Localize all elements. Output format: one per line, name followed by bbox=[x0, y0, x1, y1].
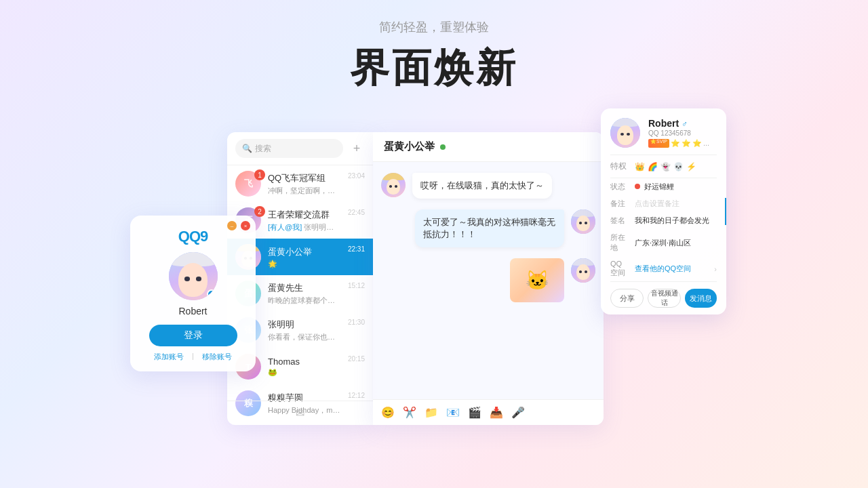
message-text-0: 哎呀，在线吸猫，真的太快了～ bbox=[420, 180, 544, 190]
chat-info-5: Thomas 🐸 bbox=[268, 357, 341, 377]
msg-avatar-self-2 bbox=[571, 258, 595, 283]
status-dot bbox=[635, 184, 640, 189]
badge-more: ... bbox=[703, 139, 709, 148]
chat-preview-5: 🐸 bbox=[268, 368, 341, 377]
badge-emoji-3: ⭐ bbox=[692, 139, 702, 148]
profile-status-row: 状态 好运锦鲤 bbox=[601, 178, 726, 195]
chat-preview-4: 你看看，保证你也会笑出声 bbox=[268, 332, 341, 342]
email-icon[interactable]: 📧 bbox=[446, 406, 460, 419]
mic-icon[interactable]: 🎤 bbox=[511, 406, 525, 419]
space-value: 查看他的QQ空间 bbox=[635, 264, 709, 274]
chat-window-title: 蛋黄小公举 bbox=[384, 140, 435, 153]
chat-time-4: 21:30 bbox=[348, 319, 365, 326]
mail-icon: ✉ bbox=[296, 407, 304, 420]
chat-info-0: QQ飞车冠军组 冲啊，坚定面啊，马上可以... bbox=[268, 172, 341, 196]
video-icon[interactable]: 🎬 bbox=[468, 406, 481, 419]
profile-sign-row: 签名 我和我的日子都会发光 bbox=[601, 212, 726, 229]
message-row-2: 🐱 bbox=[381, 258, 595, 302]
qq-logo: QQ9 bbox=[178, 228, 208, 245]
message-image-0: 🐱 bbox=[510, 258, 564, 302]
chat-bottom-bar: ✉ bbox=[227, 401, 373, 425]
message-bubble-0: 哎呀，在线吸猫，真的太快了～ bbox=[412, 173, 552, 199]
profile-side-tab[interactable]: 它 bbox=[725, 198, 726, 225]
special-icon-3: 👻 bbox=[660, 162, 671, 171]
location-label: 所在地 bbox=[610, 232, 629, 253]
login-links: 添加账号 | 移除账号 bbox=[154, 352, 232, 362]
location-value: 广东·深圳·南山区 bbox=[635, 238, 717, 248]
close-button[interactable]: × bbox=[241, 221, 250, 230]
chat-preview-3: 昨晚的篮球赛都个绝杀太精... bbox=[268, 296, 341, 306]
profile-space-row[interactable]: QQ空间 查看他的QQ空间 › bbox=[601, 256, 726, 281]
msg-avatar-other bbox=[381, 173, 406, 197]
profile-special-row: 特权 👑 🌈 👻 💀 ⚡ bbox=[601, 155, 726, 178]
share-button[interactable]: 分享 bbox=[610, 289, 644, 308]
login-button[interactable]: 登录 bbox=[149, 325, 237, 346]
profile-name: Robert ♂ bbox=[648, 118, 709, 129]
chat-info-1: 王者荣耀交流群 [有人@我] 张明明：@Robe... bbox=[268, 209, 341, 232]
profile-actions: 分享 音视频通话 发消息 bbox=[601, 282, 726, 314]
badge-emoji-1: ⭐ bbox=[671, 139, 680, 148]
message-row-1: 太可爱了～我真的对这种猫咪毫无抵抗力！！！ bbox=[381, 209, 595, 247]
chat-time-1: 22:45 bbox=[348, 209, 365, 216]
chat-preview-0: 冲啊，坚定面啊，马上可以... bbox=[268, 186, 341, 196]
profile-qq-number: QQ 12345678 bbox=[648, 129, 709, 137]
chat-list-header: 🔍 搜索 + bbox=[227, 132, 373, 165]
message-text-1: 太可爱了～我真的对这种猫咪毫无抵抗力！！！ bbox=[423, 217, 555, 239]
header-title: 界面焕新 bbox=[0, 42, 868, 95]
send-message-button[interactable]: 发消息 bbox=[685, 289, 717, 308]
minimize-button[interactable]: – bbox=[227, 221, 237, 230]
msg-avatar-self bbox=[571, 209, 595, 234]
scissors-icon[interactable]: ✂️ bbox=[403, 406, 416, 419]
emoji-icon[interactable]: 😊 bbox=[381, 406, 395, 419]
chat-time-2: 22:31 bbox=[348, 245, 365, 253]
chat-name-4: 张明明 bbox=[268, 319, 341, 331]
video-call-button[interactable]: 音视频通话 bbox=[648, 289, 681, 308]
status-label: 状态 bbox=[610, 182, 629, 192]
message-bubble-1: 太可爱了～我真的对这种猫咪毫无抵抗力！！！ bbox=[415, 209, 564, 247]
profile-remark-row: 备注 点击设置备注 bbox=[601, 195, 726, 212]
online-badge bbox=[207, 289, 216, 299]
login-avatar bbox=[169, 252, 218, 300]
search-placeholder: 搜索 bbox=[255, 143, 271, 155]
inbox-icon[interactable]: 📥 bbox=[490, 406, 503, 419]
chat-info-3: 蛋黄先生 昨晚的篮球赛都个绝杀太精... bbox=[268, 282, 341, 306]
profile-location-row: 所在地 广东·深圳·南山区 bbox=[601, 229, 726, 256]
chat-messages: 哎呀，在线吸猫，真的太快了～ 太可爱了～我真的对这种猫咪毫无抵抗力！！！ bbox=[373, 162, 604, 399]
sign-label: 签名 bbox=[610, 216, 629, 226]
special-icon-1: 👑 bbox=[635, 162, 645, 171]
chat-time-6: 12:12 bbox=[348, 392, 365, 399]
chat-time-3: 15:12 bbox=[348, 282, 365, 289]
login-card-controls: – × bbox=[227, 221, 250, 230]
search-box[interactable]: 🔍 搜索 bbox=[235, 139, 343, 158]
profile-header: Robert ♂ QQ 12345678 ⭐SVIP ⭐ ⭐ ⭐ ... bbox=[601, 108, 726, 155]
vip-badge: ⭐SVIP bbox=[648, 139, 669, 148]
header-subtitle: 简约轻盈，重塑体验 bbox=[0, 19, 868, 35]
chat-name-1: 王者荣耀交流群 bbox=[268, 209, 341, 221]
login-card: – × QQ9 Robert 登录 添加账号 | 移除账号 bbox=[130, 216, 256, 371]
gender-icon: ♂ bbox=[682, 119, 688, 129]
add-account-link[interactable]: 添加账号 bbox=[154, 352, 184, 362]
chevron-right-icon: › bbox=[714, 265, 717, 273]
profile-avatar bbox=[610, 118, 640, 148]
space-label: QQ空间 bbox=[610, 260, 629, 278]
special-label: 特权 bbox=[610, 161, 629, 172]
special-icon-2: 🌈 bbox=[648, 162, 658, 171]
badge-1: 2 bbox=[254, 206, 265, 217]
chat-name-3: 蛋黄先生 bbox=[268, 282, 341, 294]
remark-value: 点击设置备注 bbox=[635, 199, 717, 209]
special-icon-4: 💀 bbox=[673, 162, 684, 171]
search-icon: 🔍 bbox=[242, 144, 252, 153]
folder-icon[interactable]: 📁 bbox=[425, 406, 438, 419]
add-chat-button[interactable]: + bbox=[349, 140, 365, 157]
chat-item-0[interactable]: 飞 1 QQ飞车冠军组 冲啊，坚定面啊，马上可以... 23:04 bbox=[227, 165, 373, 202]
chat-name-2: 蛋黄小公举 bbox=[268, 246, 341, 258]
chat-preview-1: [有人@我] 张明明：@Robe... bbox=[268, 222, 341, 232]
profile-name-area: Robert ♂ QQ 12345678 ⭐SVIP ⭐ ⭐ ⭐ ... bbox=[648, 118, 709, 148]
chat-time-0: 23:04 bbox=[348, 172, 365, 180]
manage-accounts-link[interactable]: 移除账号 bbox=[202, 352, 232, 362]
chat-window-header: 蛋黄小公举 bbox=[373, 132, 604, 162]
chat-window: 蛋黄小公举 哎呀，在线吸猫，真的太快了～ bbox=[373, 132, 604, 425]
page-header: 简约轻盈，重塑体验 界面焕新 bbox=[0, 0, 868, 95]
message-row-0: 哎呀，在线吸猫，真的太快了～ bbox=[381, 173, 595, 199]
chat-time-5: 20:15 bbox=[348, 355, 365, 363]
